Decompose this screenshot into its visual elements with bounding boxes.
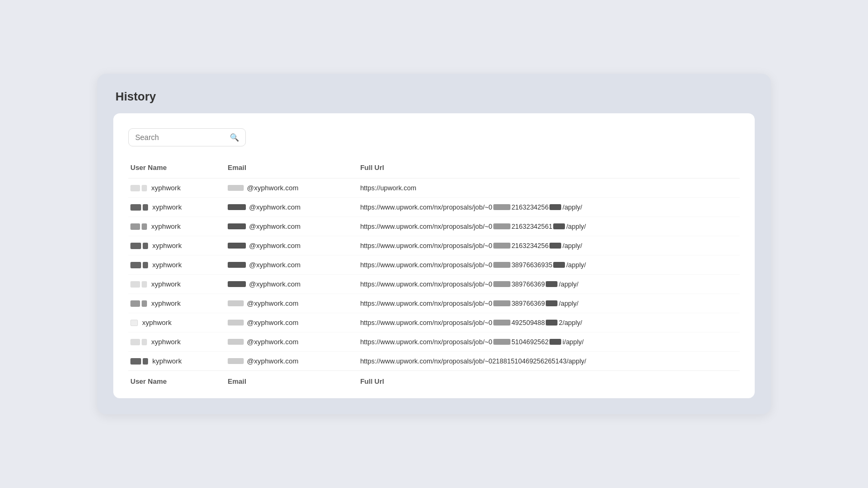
- table-row: xyphwork @xyphwork.com https://www.upwor…: [128, 198, 740, 217]
- url-suffix: /apply/: [566, 261, 586, 269]
- avatar-bar: [130, 204, 148, 211]
- email-text: @xyphwork.com: [249, 203, 300, 211]
- url-mid: 492509488: [511, 319, 545, 327]
- url-base: https://www.upwork.com/nx/proposals/job/…: [360, 338, 492, 346]
- url-suffix: i/apply/: [562, 338, 584, 346]
- footer-col-username: User Name: [128, 371, 226, 388]
- url-redacted-1: [493, 243, 510, 249]
- avatar-bar: [130, 185, 147, 191]
- avatar-bar: [130, 358, 148, 365]
- cell-url: https://www.upwork.com/nx/proposals/job/…: [358, 236, 740, 255]
- email-text: @xyphwork.com: [247, 338, 298, 346]
- url-redacted-2: [546, 281, 557, 287]
- cell-username: xyphwork: [128, 294, 226, 313]
- cell-username: xyphwork: [128, 313, 226, 332]
- username-text: xyphwork: [151, 222, 181, 230]
- url-mid: 2163234256: [511, 204, 549, 211]
- cell-url: https://www.upwork.com/nx/proposals/job/…: [358, 275, 740, 294]
- url-redacted-2: [553, 262, 565, 268]
- table-row: xyphwork @xyphwork.com https://www.upwor…: [128, 217, 740, 236]
- search-box: 🔍: [128, 128, 246, 146]
- table-row: xyphwork @xyphwork.com https://www.upwor…: [128, 294, 740, 313]
- cell-email: @xyphwork.com: [226, 255, 358, 275]
- cell-url: https://www.upwork.com/nx/proposals/job/…: [358, 255, 740, 275]
- avatar-bar: [130, 262, 148, 268]
- table-row: xyphwork @xyphwork.com https://www.upwor…: [128, 236, 740, 255]
- table-row: kyphwork @xyphwork.com https://www.upwor…: [128, 352, 740, 371]
- cell-email: @xyphwork.com: [226, 198, 358, 217]
- inner-card: 🔍 User Name Email Full Url xyphwork: [113, 113, 755, 398]
- url-mid: 389766369: [511, 300, 545, 307]
- cell-username: xyphwork: [128, 255, 226, 275]
- email-text: @xyphwork.com: [249, 280, 300, 288]
- history-table: User Name Email Full Url xyphwork @xyphw…: [128, 159, 740, 388]
- cell-url: https://www.upwork.com/nx/proposals/job/…: [358, 332, 740, 352]
- url-base: https://www.upwork.com/nx/proposals/job/…: [360, 261, 492, 269]
- url-base: https://www.upwork.com/nx/proposals/job/…: [360, 242, 492, 250]
- url-redacted-2: [549, 243, 561, 249]
- username-text: xyphwork: [142, 319, 172, 327]
- url-mid: 389766369: [511, 281, 545, 288]
- url-redacted-1: [493, 262, 510, 268]
- email-text: @xyphwork.com: [247, 319, 298, 327]
- cell-url: https://www.upwork.com/nx/proposals/job/…: [358, 294, 740, 313]
- cell-email: @xyphwork.com: [226, 275, 358, 294]
- url-redacted-2: [549, 204, 561, 210]
- url-redacted-1: [493, 223, 510, 229]
- url-base: https://www.upwork.com/nx/proposals/job/…: [360, 204, 492, 211]
- username-text: kyphwork: [152, 357, 182, 365]
- url-full: https://upwork.com: [360, 184, 416, 192]
- username-text: xyphwork: [152, 242, 182, 250]
- cell-username: xyphwork: [128, 275, 226, 294]
- url-redacted-1: [493, 204, 510, 210]
- table-row: xyphwork @xyphwork.com https://www.upwor…: [128, 275, 740, 294]
- cell-email: @xyphwork.com: [226, 179, 358, 198]
- cell-username: xyphwork: [128, 236, 226, 255]
- page-title: History: [113, 90, 755, 104]
- username-text: xyphwork: [152, 261, 182, 269]
- email-text: @xyphwork.com: [247, 299, 298, 307]
- avatar-bar: [130, 243, 148, 249]
- url-suffix: /apply/: [566, 223, 586, 230]
- url-redacted-2: [546, 320, 557, 326]
- table-row: xyphwork @xyphwork.com https://www.upwor…: [128, 255, 740, 275]
- search-icon[interactable]: 🔍: [230, 133, 239, 142]
- cell-email: @xyphwork.com: [226, 352, 358, 371]
- cell-email: @xyphwork.com: [226, 236, 358, 255]
- url-redacted-2: [549, 339, 561, 345]
- cell-url: https://www.upwork.com/nx/proposals/job/…: [358, 352, 740, 371]
- col-username: User Name: [128, 159, 226, 179]
- cell-username: xyphwork: [128, 217, 226, 236]
- url-mid: 2163234256: [511, 242, 549, 250]
- outer-card: History 🔍 User Name Email Full Url: [97, 74, 771, 414]
- cell-url: https://upwork.com: [358, 179, 740, 198]
- url-suffix: 2/apply/: [559, 319, 582, 327]
- cell-email: @xyphwork.com: [226, 217, 358, 236]
- footer-col-url: Full Url: [358, 371, 740, 388]
- email-text: @xyphwork.com: [249, 242, 300, 250]
- cell-username: kyphwork: [128, 352, 226, 371]
- username-text: xyphwork: [151, 338, 181, 346]
- cell-username: xyphwork: [128, 198, 226, 217]
- col-url: Full Url: [358, 159, 740, 179]
- url-mid: 21632342561: [511, 223, 552, 230]
- url-suffix: /apply/: [559, 300, 578, 307]
- url-suffix: /apply/: [559, 281, 578, 288]
- search-input[interactable]: [135, 133, 230, 142]
- url-base: https://www.upwork.com/nx/proposals/job/…: [360, 281, 492, 288]
- url-redacted-1: [493, 320, 510, 326]
- email-text: @xyphwork.com: [247, 357, 298, 365]
- url-suffix: /apply/: [562, 204, 582, 211]
- col-email: Email: [226, 159, 358, 179]
- cell-username: xyphwork: [128, 332, 226, 352]
- table-row: xyphwork @xyphwork.com https://www.upwor…: [128, 332, 740, 352]
- url-suffix: /apply/: [562, 242, 582, 250]
- username-text: xyphwork: [152, 203, 182, 211]
- cell-url: https://www.upwork.com/nx/proposals/job/…: [358, 313, 740, 332]
- email-text: @xyphwork.com: [249, 222, 300, 230]
- username-text: xyphwork: [151, 280, 181, 288]
- url-base: https://www.upwork.com/nx/proposals/job/…: [360, 319, 492, 327]
- url-mid: 5104692562: [511, 338, 549, 346]
- cell-username: xyphwork: [128, 179, 226, 198]
- cell-email: @xyphwork.com: [226, 294, 358, 313]
